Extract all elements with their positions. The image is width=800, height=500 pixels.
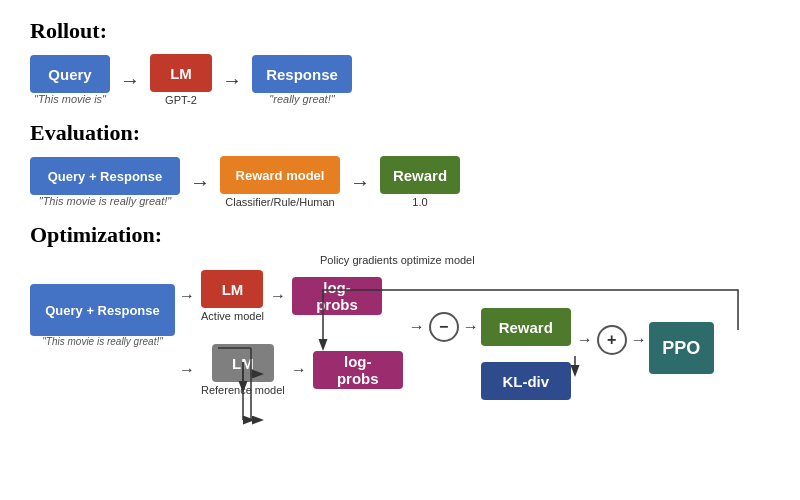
opt-kldiv-box: KL-div — [481, 362, 571, 400]
arrow8: → — [291, 362, 307, 378]
optimization-title: Optimization: — [30, 222, 770, 248]
eval-qr-subtext: "This movie is really great!" — [39, 195, 172, 207]
opt-lm-active-subtext: Active model — [201, 310, 264, 322]
rollout-lm-cell: LM GPT-2 — [150, 54, 212, 106]
opt-qr-subtext: "This movie is really great!" — [42, 336, 162, 347]
arrow12: → — [577, 332, 593, 348]
rollout-lm-box: LM — [150, 54, 212, 92]
arrow3: → — [190, 172, 210, 192]
rollout-flow: Query "This movie is" → LM GPT-2 → Respo… — [30, 54, 770, 106]
opt-qr-cell: Query + Response "This movie is really g… — [30, 284, 175, 347]
opt-lm-ref-cell: LM Reference model — [201, 344, 285, 396]
evaluation-title: Evaluation: — [30, 120, 770, 146]
opt-lm-ref-subtext: Reference model — [201, 384, 285, 396]
rollout-lm-subtext: GPT-2 — [165, 94, 197, 106]
rollout-response-box: Response — [252, 55, 352, 93]
eval-reward-cell: Reward 1.0 — [380, 156, 460, 208]
eval-reward-box: Reward — [380, 156, 460, 194]
arrow4: → — [350, 172, 370, 192]
eval-rm-subtext: Classifier/Rule/Human — [225, 196, 334, 208]
rollout-response-cell: Response "really great!" — [252, 55, 352, 105]
arrow6: → — [270, 288, 286, 304]
arrow2: → — [222, 70, 242, 90]
rollout-title: Rollout: — [30, 18, 770, 44]
arrow5: → — [179, 288, 195, 304]
eval-qr-cell: Query + Response "This movie is really g… — [30, 157, 180, 207]
evaluation-flow: Query + Response "This movie is really g… — [30, 156, 770, 208]
rollout-query-box: Query — [30, 55, 110, 93]
eval-reward-subtext: 1.0 — [412, 196, 427, 208]
rollout-response-subtext: "really great!" — [269, 93, 334, 105]
opt-lm-active-cell: LM Active model — [201, 270, 264, 322]
opt-lm-ref-box: LM — [212, 344, 274, 382]
arrow1: → — [120, 70, 140, 90]
policy-gradient-label: Policy gradients optimize model — [320, 254, 475, 266]
plus-op: + — [597, 325, 627, 355]
evaluation-section: Evaluation: Query + Response "This movie… — [30, 120, 770, 208]
eval-rm-cell: Reward model Classifier/Rule/Human — [220, 156, 340, 208]
opt-logprobs-top-box: log-probs — [292, 277, 382, 315]
opt-logprobs-bot-box: log-probs — [313, 351, 403, 389]
rollout-query-cell: Query "This movie is" — [30, 55, 110, 105]
opt-lm-active-box: LM — [201, 270, 263, 308]
eval-rm-box: Reward model — [220, 156, 340, 194]
rollout-query-subtext: "This movie is" — [34, 93, 106, 105]
arrow10: → — [409, 319, 425, 335]
eval-qr-box: Query + Response — [30, 157, 180, 195]
optimization-section: Optimization: Policy gradients optimize … — [30, 222, 770, 400]
opt-ppo-box: PPO — [649, 322, 714, 374]
arrow11: → — [463, 319, 479, 335]
arrow13: → — [631, 332, 647, 348]
opt-qr-box: Query + Response — [30, 284, 175, 336]
opt-reward-box: Reward — [481, 308, 571, 346]
rollout-section: Rollout: Query "This movie is" → LM GPT-… — [30, 18, 770, 106]
minus-op: − — [429, 312, 459, 342]
arrow7: → — [179, 362, 195, 378]
